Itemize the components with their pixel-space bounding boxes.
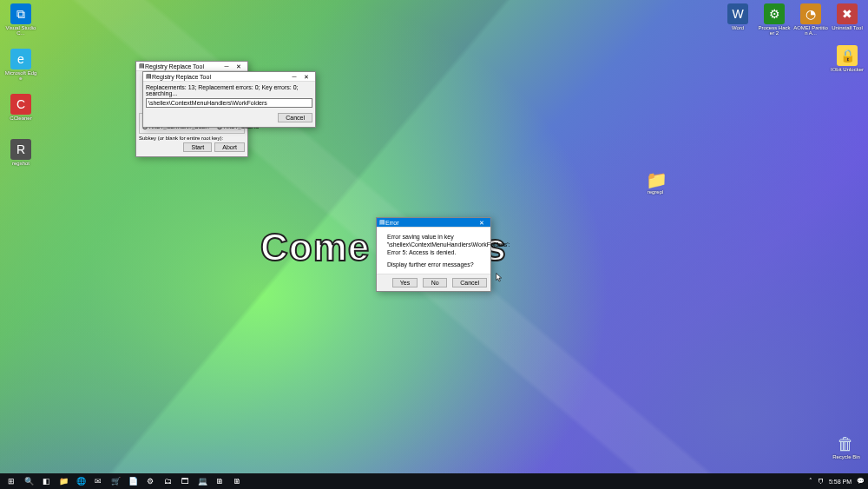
titlebar[interactable]: ▤ Error ✕ — [377, 218, 490, 228]
system-tray: ˄ ⛉ 5:58 PM 💬 — [809, 478, 865, 485]
recycle-bin-icon[interactable]: 🗑 Recycle Bin — [829, 434, 864, 472]
app-icon: R — [10, 139, 31, 160]
app-icon: ✖ — [837, 3, 858, 24]
dialog-footer: Yes No Cancel — [377, 274, 490, 291]
app-taskbar-button[interactable]: 📄 — [125, 475, 141, 487]
tray-clock[interactable]: 5:58 PM — [829, 479, 852, 485]
close-button[interactable]: ✕ — [300, 73, 312, 81]
cancel-button[interactable]: Cancel — [452, 278, 487, 287]
status-line: Replacements: 13; Replacement errors: 0;… — [146, 84, 312, 96]
minimize-button[interactable]: ─ — [220, 63, 233, 70]
tray-chevron-icon[interactable]: ˄ — [809, 478, 812, 485]
titlebar[interactable]: ▤ Registry Replace Tool ─ ✕ — [143, 72, 315, 82]
cancel-button[interactable]: Cancel — [278, 113, 312, 122]
yes-button[interactable]: Yes — [392, 278, 418, 287]
taskbar[interactable]: ⊞ 🔍 ◧ 📁 🌐 ✉ 🛒 📄 ⚙ 🗂 🗔 💻 🗎 🗎 ˄ ⛉ 5:58 PM … — [0, 473, 868, 489]
app-taskbar-button-4[interactable]: 💻 — [194, 475, 210, 487]
file-explorer-button[interactable]: 📁 — [56, 475, 71, 487]
task-view-button[interactable]: ◧ — [38, 475, 54, 487]
settings-taskbar-button[interactable]: ⚙ — [142, 475, 158, 487]
icon-label: Process Hacker 2 — [757, 25, 792, 36]
dialog-body: Error saving value in key '\shellex\Cont… — [377, 228, 490, 274]
app-taskbar-button-3[interactable]: 🗔 — [177, 475, 193, 487]
folder-icon: 📁 — [646, 169, 665, 188]
icon-label: IObit Unlocker — [831, 67, 864, 72]
start-button[interactable]: Start — [183, 142, 212, 152]
app-small-icon: ▤ — [139, 63, 145, 69]
app-icon: ◔ — [800, 3, 821, 24]
trash-icon: 🗑 — [837, 434, 856, 453]
icon-label: Recycle Bin — [832, 454, 860, 459]
store-taskbar-button[interactable]: 🛒 — [108, 475, 123, 487]
window-title: Registry Replace Tool — [145, 63, 220, 69]
regshot-icon[interactable]: R regshot — [3, 139, 38, 177]
icon-label: Word — [732, 25, 744, 30]
running-window-1[interactable]: 🗎 — [212, 475, 227, 487]
start-button[interactable]: ⊞ — [3, 475, 19, 487]
desktop: ⧉ Visual Studio C... e Microsoft Edge C … — [0, 0, 868, 489]
no-button[interactable]: No — [423, 278, 447, 287]
subkey-label: Subkey (or blank for entire root key): — [139, 135, 245, 141]
path-input[interactable] — [146, 98, 312, 108]
edge-icon[interactable]: e Microsoft Edge — [3, 49, 38, 87]
icon-label: CCleaner — [10, 116, 31, 121]
window-title: Registry Replace Tool — [152, 74, 288, 80]
ccleaner-icon[interactable]: C CCleaner — [3, 94, 38, 132]
iobit-unlocker-icon[interactable]: 🔒 IObit Unlocker — [830, 45, 865, 83]
icon-label: Visual Studio C... — [3, 25, 38, 36]
titlebar[interactable]: ▤ Registry Replace Tool ─ ✕ — [136, 62, 247, 71]
search-button[interactable]: 🔍 — [21, 475, 36, 487]
mail-taskbar-button[interactable]: ✉ — [90, 475, 106, 487]
process-hacker-icon[interactable]: ⚙ Process Hacker 2 — [757, 3, 792, 42]
desktop-icons-right: W Word ⚙ Process Hacker 2 ◔ AOMEI Partit… — [720, 3, 865, 42]
icon-label: Microsoft Edge — [3, 70, 38, 81]
desktop-icons-left: ⧉ Visual Studio C... e Microsoft Edge C … — [3, 3, 38, 177]
registry-replace-window-front[interactable]: ▤ Registry Replace Tool ─ ✕ Replacements… — [142, 71, 316, 128]
running-window-2[interactable]: 🗎 — [229, 475, 245, 487]
mouse-cursor-icon — [496, 273, 503, 283]
error-message: Error saving value in key '\shellex\Cont… — [387, 233, 510, 268]
regrepl-folder-icon[interactable]: 📁 regrepl — [638, 169, 673, 208]
desktop-icons-right-2: 🔒 IObit Unlocker — [830, 45, 865, 83]
error-small-icon: ▤ — [379, 219, 385, 226]
vscode-icon[interactable]: ⧉ Visual Studio C... — [3, 3, 38, 42]
error-dialog[interactable]: ▤ Error ✕ Error saving value in key '\sh… — [376, 217, 491, 292]
window-title: Error — [385, 220, 476, 226]
edge-taskbar-button[interactable]: 🌐 — [73, 475, 89, 487]
icon-label: AOMEI Partition A... — [793, 25, 828, 36]
icon-label: regshot — [12, 161, 30, 166]
close-button[interactable]: ✕ — [233, 63, 245, 70]
icon-label: Uninstall Tool — [832, 25, 863, 30]
app-taskbar-button-2[interactable]: 🗂 — [160, 475, 175, 487]
app-small-icon: ▤ — [146, 73, 152, 80]
abort-button[interactable]: Abort — [214, 142, 245, 152]
word-icon[interactable]: W Word — [720, 3, 755, 42]
aomei-icon[interactable]: ◔ AOMEI Partition A... — [793, 3, 828, 42]
icon-label: regrepl — [648, 189, 664, 195]
app-icon: W — [727, 3, 748, 24]
close-button[interactable]: ✕ — [476, 219, 488, 227]
uninstall-tool-icon[interactable]: ✖ Uninstall Tool — [830, 3, 865, 42]
tray-network-icon[interactable]: ⛉ — [818, 479, 824, 485]
app-icon: 🔒 — [837, 45, 858, 66]
app-icon: ⧉ — [10, 3, 31, 24]
app-icon: e — [10, 49, 31, 69]
window-body: Replacements: 13; Replacement errors: 0;… — [143, 82, 315, 127]
minimize-button[interactable]: ─ — [288, 73, 300, 81]
app-icon: C — [10, 94, 31, 115]
app-icon: ⚙ — [764, 3, 785, 24]
notification-center-icon[interactable]: 💬 — [857, 478, 865, 485]
